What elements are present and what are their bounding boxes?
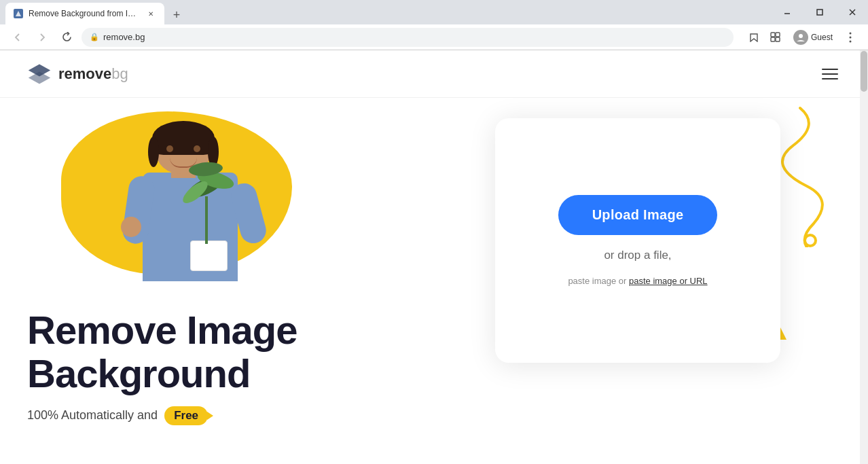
hero-image-container — [27, 105, 340, 295]
profile-avatar — [793, 30, 808, 45]
hero-title: Remove Image Background — [27, 308, 408, 395]
address-right-controls: Guest — [744, 28, 860, 47]
browser-menu-button[interactable] — [841, 28, 860, 47]
upload-card: Upload Image or drop a file, paste image… — [495, 118, 780, 363]
hero-subtitle: 100% Automatically and Free — [27, 406, 408, 425]
bookmark-button[interactable] — [744, 28, 763, 47]
plant-stem-main — [205, 196, 208, 244]
browser-chrome: Remove Background from Im... ✕ + — [0, 0, 868, 50]
svg-rect-6 — [771, 33, 775, 37]
free-badge: Free — [164, 406, 208, 425]
svg-marker-15 — [29, 71, 50, 84]
tab-title: Remove Background from Im... — [29, 9, 137, 18]
svg-rect-9 — [776, 37, 780, 41]
logo[interactable]: remove bg — [27, 62, 128, 86]
window-controls — [772, 0, 868, 24]
svg-point-11 — [850, 32, 852, 34]
url-link[interactable]: paste image or URL — [629, 276, 708, 286]
right-section: Upload Image or drop a file, paste image… — [435, 105, 841, 363]
hamburger-line-1 — [822, 69, 838, 70]
close-button[interactable] — [837, 1, 868, 23]
hamburger-line-2 — [822, 73, 838, 75]
subtitle-text: 100% Automatically and — [27, 408, 158, 423]
svg-marker-0 — [16, 11, 21, 16]
maximize-button[interactable] — [804, 1, 835, 23]
svg-rect-7 — [776, 33, 780, 37]
left-section: Remove Image Background 100% Automatical… — [27, 105, 408, 425]
scrollbar[interactable] — [860, 50, 868, 464]
logo-bg: bg — [111, 65, 128, 83]
hero-title-line1: Remove Image — [27, 308, 408, 352]
person-figure — [115, 125, 265, 295]
drop-text: or drop a file, — [604, 249, 671, 262]
paste-url-text: paste image or paste image or URL — [568, 276, 707, 286]
logo-text: remove bg — [58, 65, 128, 83]
person-eye-right — [194, 145, 200, 152]
minimize-button[interactable] — [772, 1, 803, 23]
svg-point-10 — [799, 34, 803, 38]
site-navigation: remove bg — [0, 50, 868, 98]
upload-image-button[interactable]: Upload Image — [558, 195, 718, 235]
svg-marker-5 — [751, 34, 757, 41]
lock-icon: 🔒 — [90, 33, 99, 41]
svg-rect-8 — [771, 37, 775, 41]
new-tab-button[interactable]: + — [167, 5, 186, 24]
logo-remove: remove — [58, 65, 111, 83]
refresh-button[interactable] — [57, 28, 76, 47]
person-hair-left — [148, 137, 159, 167]
svg-rect-2 — [817, 10, 822, 15]
url-input[interactable]: 🔒 remove.bg — [82, 28, 734, 47]
tab-close-icon[interactable]: ✕ — [145, 8, 156, 19]
address-bar: 🔒 remove.bg Guest — [0, 24, 868, 50]
forward-button[interactable] — [33, 28, 52, 47]
hamburger-line-3 — [822, 78, 838, 79]
hero-person-image — [82, 118, 299, 295]
person-eye-left — [166, 145, 173, 152]
plant-pot — [190, 240, 228, 271]
svg-point-12 — [850, 36, 852, 38]
hamburger-menu[interactable] — [819, 66, 841, 82]
person-hair — [152, 121, 215, 155]
page-content: remove bg — [0, 50, 868, 464]
svg-point-16 — [805, 235, 816, 246]
profile-label: Guest — [811, 33, 833, 42]
extensions-button[interactable] — [766, 28, 785, 47]
tab-favicon — [14, 9, 23, 18]
svg-point-13 — [850, 40, 852, 42]
url-text: remove.bg — [103, 32, 725, 42]
active-tab[interactable]: Remove Background from Im... ✕ — [5, 3, 164, 24]
scrollbar-thumb[interactable] — [861, 51, 867, 92]
back-button[interactable] — [8, 28, 27, 47]
main-content: Remove Image Background 100% Automatical… — [0, 98, 868, 464]
profile-button[interactable]: Guest — [788, 29, 838, 46]
person-hand-left — [121, 217, 141, 237]
logo-icon — [27, 62, 52, 86]
hero-title-line2: Background — [27, 352, 408, 395]
